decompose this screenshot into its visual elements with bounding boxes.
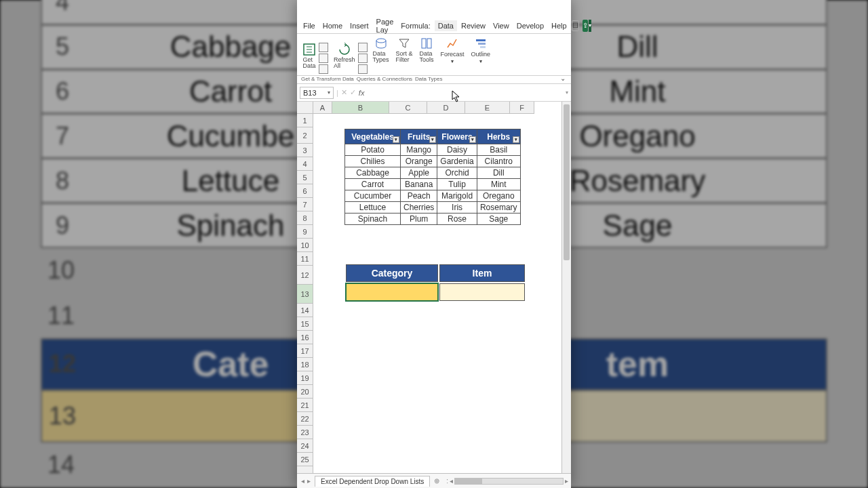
table-cell[interactable]: Potato [345,144,401,156]
table-cell[interactable]: Cabbage [345,167,401,179]
category-item-table[interactable]: CategoryItem [344,263,526,302]
share-dropdown[interactable]: ▾ [589,20,591,32]
properties-icon[interactable] [358,54,368,63]
table-cell[interactable]: Cherries [401,202,437,214]
refresh-all-button[interactable]: Refresh All [332,43,357,74]
outline-button[interactable]: Outline▾ [470,37,492,74]
row-header-11[interactable]: 11 [297,252,313,266]
sheet-tab[interactable]: Excel Dependent Drop Down Lists [315,476,430,487]
category-cell[interactable] [346,283,438,301]
table-cell[interactable]: Plum [401,214,437,225]
row-header-17[interactable]: 17 [297,344,313,358]
row-header-19[interactable]: 19 [297,371,313,385]
add-sheet-button[interactable]: ⊕ [430,477,443,485]
get-data-button[interactable]: Get Data [301,43,317,74]
row-header-2[interactable]: 2 [297,127,313,144]
from-web-icon[interactable] [319,54,328,63]
table-cell[interactable]: Mint [477,179,520,190]
ribbon-collapse-icon[interactable]: ⌄ [560,75,566,82]
table-header[interactable]: Vegetables▾ [345,129,401,144]
menu-view[interactable]: View [490,20,513,31]
select-all-corner[interactable] [297,102,313,114]
menu-developer[interactable]: Develop [513,20,547,31]
vertical-scrollbar[interactable] [561,102,571,473]
comments-button[interactable]: ☐ [572,20,579,31]
table-cell[interactable]: Orange [401,156,437,167]
table-cell[interactable]: Orchid [437,167,477,179]
data-tools-button[interactable]: Data Tools [418,37,435,74]
row-header-5[interactable]: 5 [297,171,313,184]
share-button[interactable]: ⇪ [583,20,588,32]
row-header-12[interactable]: 12 [297,266,313,285]
table-cell[interactable]: Banana [401,179,437,190]
table-cell[interactable]: Cucumber [345,190,401,202]
row-header-6[interactable]: 6 [297,184,313,198]
row-header-20[interactable]: 20 [297,385,313,399]
edit-links-icon[interactable] [358,64,368,74]
row-header-24[interactable]: 24 [297,439,313,453]
table-cell[interactable]: Sage [477,214,520,225]
menu-insert[interactable]: Insert [347,20,372,31]
data-types-button[interactable]: Data Types [372,37,391,74]
queries-icon[interactable] [358,43,368,52]
table-cell[interactable]: Dill [477,167,520,179]
table-header[interactable]: Herbs▾ [477,129,520,144]
horizontal-scrollbar[interactable]: :◂ ▸ [443,477,571,485]
item-cell[interactable] [439,283,525,301]
cancel-icon[interactable]: ✕ [341,88,347,97]
fx-icon[interactable]: fx [359,89,365,97]
table-cell[interactable]: Oregano [477,190,520,202]
row-header-21[interactable]: 21 [297,399,313,412]
formula-expand-icon[interactable]: ▾ [566,89,568,96]
table-cell[interactable]: Gardenia [437,156,477,167]
table-cell[interactable]: Rose [437,214,477,225]
menu-page-layout[interactable]: Page Lay [373,16,397,35]
row-header-7[interactable]: 7 [297,198,313,211]
filter-icon[interactable]: ▾ [513,136,519,143]
name-box[interactable]: B13▾ [300,87,334,99]
row-header-1[interactable]: 1 [297,114,313,127]
column-header-B[interactable]: B [332,102,389,114]
table-cell[interactable]: Apple [401,167,437,179]
table-cell[interactable]: Chilies [345,156,401,167]
table-cell[interactable]: Basil [477,144,520,156]
row-header-16[interactable]: 16 [297,331,313,344]
table-cell[interactable]: Iris [437,202,477,214]
column-header-C[interactable]: C [389,102,427,114]
filter-icon[interactable]: ▾ [469,136,476,143]
table-cell[interactable]: Rosemary [477,202,520,214]
formula-input[interactable] [367,87,563,98]
row-header-14[interactable]: 14 [297,304,313,317]
menu-review[interactable]: Review [458,20,489,31]
table-cell[interactable]: Spinach [345,214,401,225]
menu-help[interactable]: Help [548,20,570,31]
table-cell[interactable]: Daisy [437,144,477,156]
sort-filter-button[interactable]: Sort & Filter [395,37,414,74]
row-header-13[interactable]: 13 [297,285,313,304]
menu-home[interactable]: Home [319,20,346,31]
menu-file[interactable]: File [300,20,319,31]
row-header-3[interactable]: 3 [297,144,313,157]
column-header-D[interactable]: D [427,102,465,114]
sheet-nav[interactable]: ◂▸ [297,477,315,485]
enter-icon[interactable]: ✓ [350,88,356,97]
table-cell[interactable]: Carrot [345,179,401,190]
from-table-icon[interactable] [319,64,328,74]
spreadsheet-grid[interactable]: ABCDEF 123456789101112131415161718192021… [297,102,571,473]
row-header-10[interactable]: 10 [297,239,313,252]
table-header[interactable]: Fruits▾ [401,129,437,144]
row-header-22[interactable]: 22 [297,412,313,426]
from-text-icon[interactable] [319,43,328,52]
table-cell[interactable]: Lettuce [345,202,401,214]
menu-data[interactable]: Data [435,20,457,31]
row-header-23[interactable]: 23 [297,426,313,439]
table-cell[interactable]: Tulip [437,179,477,190]
table-cell[interactable]: Peach [401,190,437,202]
row-header-25[interactable]: 25 [297,453,313,466]
forecast-button[interactable]: Forecast▾ [439,37,466,74]
column-header-A[interactable]: A [313,102,332,114]
table-cell[interactable]: Mango [401,144,437,156]
table-cell[interactable]: Cilantro [477,156,520,167]
row-header-18[interactable]: 18 [297,358,313,371]
table-header[interactable]: Flowers▾ [437,129,477,144]
